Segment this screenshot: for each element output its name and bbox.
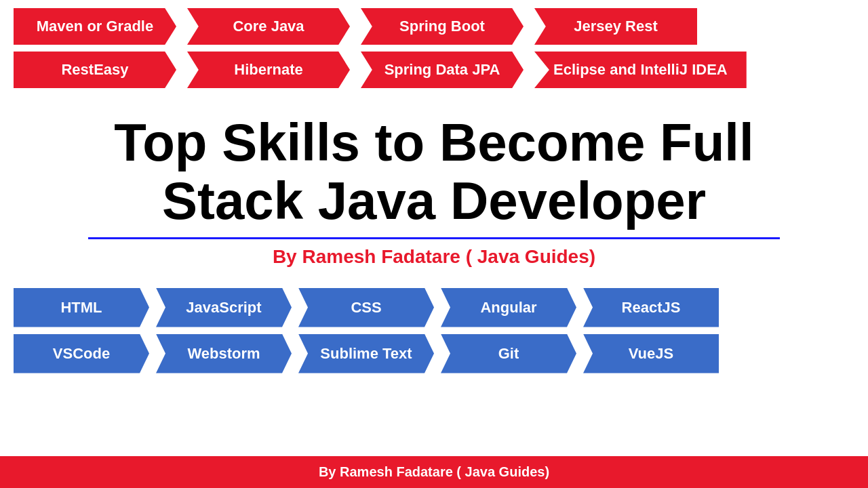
badge-maven: Maven or Gradle bbox=[14, 8, 176, 45]
badge-javascript: JavaScript bbox=[156, 288, 292, 327]
badge-eclipse-intellij: Eclipse and IntelliJ IDEA bbox=[534, 52, 747, 88]
badge-resteasy: RestEasy bbox=[14, 52, 176, 88]
badge-vuejs: VueJS bbox=[583, 334, 719, 373]
badge-sublime-text: Sublime Text bbox=[298, 334, 434, 373]
badge-webstorm: Webstorm bbox=[156, 334, 292, 373]
badge-vscode: VSCode bbox=[14, 334, 149, 373]
badge-reactjs: ReactJS bbox=[583, 288, 719, 327]
badge-hibernate: Hibernate bbox=[187, 52, 350, 88]
main-title: Top Skills to Become Full Stack Java Dev… bbox=[27, 114, 841, 230]
red-badge-row-2: RestEasy Hibernate Spring Data JPA Eclip… bbox=[14, 52, 854, 88]
blue-badges-section: HTML JavaScript CSS Angular ReactJS VSCo… bbox=[0, 274, 868, 386]
red-badges-section: Maven or Gradle Core Java Spring Boot Je… bbox=[0, 0, 868, 100]
title-divider bbox=[88, 237, 780, 239]
footer-bar: By Ramesh Fadatare ( Java Guides) bbox=[0, 456, 868, 488]
red-badge-row-1: Maven or Gradle Core Java Spring Boot Je… bbox=[14, 8, 854, 45]
badge-css: CSS bbox=[298, 288, 434, 327]
badge-spring-boot: Spring Boot bbox=[361, 8, 524, 45]
badge-spring-data-jpa: Spring Data JPA bbox=[361, 52, 524, 88]
badge-html: HTML bbox=[14, 288, 149, 327]
title-section: Top Skills to Become Full Stack Java Dev… bbox=[0, 100, 868, 274]
badge-jersey-rest: Jersey Rest bbox=[534, 8, 697, 45]
badge-angular: Angular bbox=[441, 288, 576, 327]
badge-git: Git bbox=[441, 334, 576, 373]
blue-badge-row-1: HTML JavaScript CSS Angular ReactJS bbox=[14, 288, 854, 327]
blue-badge-row-2: VSCode Webstorm Sublime Text Git VueJS bbox=[14, 334, 854, 373]
badge-core-java: Core Java bbox=[187, 8, 350, 45]
subtitle: By Ramesh Fadatare ( Java Guides) bbox=[27, 246, 841, 268]
